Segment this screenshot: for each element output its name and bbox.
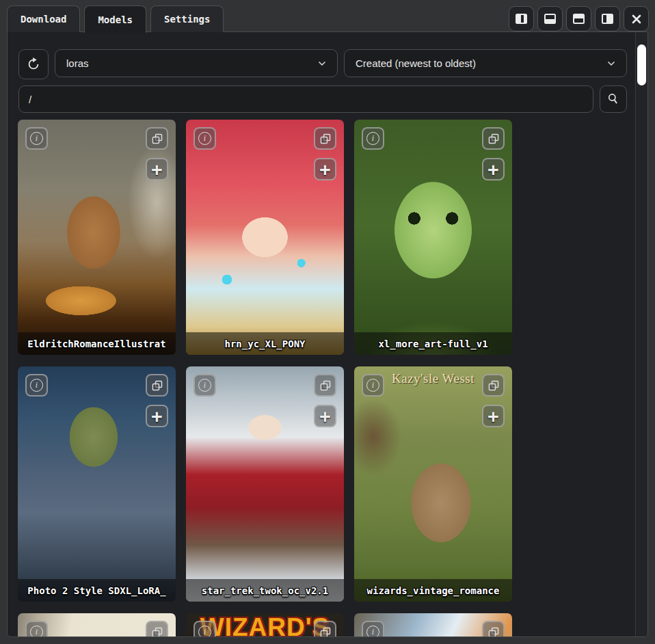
copy-icon — [487, 133, 500, 145]
sort-value: Created (newest to oldest) — [356, 57, 606, 69]
copy-button[interactable] — [314, 621, 336, 636]
copy-icon — [151, 626, 163, 637]
copy-icon — [319, 133, 332, 145]
copy-button[interactable] — [482, 621, 505, 636]
model-name: Photo 2 Style SDXL_LoRA_ — [18, 579, 176, 602]
tab-bar: Download Models Settings — [7, 5, 224, 32]
copy-icon — [319, 626, 332, 637]
layout-columns-icon — [516, 14, 527, 24]
info-icon: i — [366, 626, 379, 636]
add-button[interactable]: + — [146, 405, 168, 427]
info-icon: i — [30, 626, 43, 636]
copy-button[interactable] — [314, 127, 336, 150]
search-row — [18, 85, 627, 113]
tab-models[interactable]: Models — [84, 5, 146, 33]
tab-download[interactable]: Download — [7, 5, 80, 32]
model-name: star_trek_twok_oc_v2.1 — [186, 579, 344, 602]
layout-top-panel-button[interactable] — [537, 6, 563, 31]
add-button[interactable]: + — [482, 158, 505, 180]
vertical-scrollbar[interactable] — [635, 32, 647, 636]
info-icon: i — [30, 379, 43, 392]
info-button[interactable]: i — [25, 127, 48, 150]
tab-settings[interactable]: Settings — [150, 5, 224, 32]
info-icon: i — [198, 626, 211, 636]
info-button[interactable]: i — [193, 127, 216, 150]
refresh-button[interactable] — [18, 49, 49, 79]
copy-button[interactable] — [146, 374, 168, 397]
model-name: EldritchRomanceIllustrat — [18, 332, 176, 355]
model-name: wizards_vintage_romance — [354, 579, 512, 602]
info-icon: i — [198, 379, 211, 392]
copy-icon — [319, 379, 332, 392]
model-card[interactable]: Kazy'sle Wesst i + wizards_vintage_roman… — [354, 366, 512, 602]
info-icon: i — [366, 132, 379, 145]
copy-icon — [151, 133, 163, 145]
layout-bottom-panel-icon — [573, 14, 585, 24]
layout-columns-button[interactable] — [509, 6, 534, 31]
info-icon: i — [366, 379, 379, 392]
copy-button[interactable] — [146, 621, 168, 636]
model-card[interactable]: i + — [18, 613, 176, 636]
copy-button[interactable] — [482, 374, 505, 397]
chevron-down-icon — [317, 58, 328, 69]
search-button[interactable] — [600, 85, 627, 113]
model-card[interactable]: i + EldritchRomanceIllustrat — [18, 120, 176, 355]
models-panel: loras Created (newest to oldest) — [7, 31, 648, 637]
layout-left-panel-icon — [602, 14, 613, 24]
info-button[interactable]: i — [193, 621, 216, 636]
sort-select[interactable]: Created (newest to oldest) — [344, 49, 627, 77]
search-icon — [606, 92, 620, 106]
copy-button[interactable] — [482, 127, 505, 150]
model-card[interactable]: i + Photo 2 Style SDXL_LoRA_ — [18, 366, 176, 602]
layout-left-panel-button[interactable] — [595, 6, 620, 31]
close-icon — [631, 14, 642, 25]
copy-button[interactable] — [146, 127, 168, 150]
scrollbar-thumb[interactable] — [637, 44, 646, 85]
model-grid: i + EldritchRomanceIllustrat i — [18, 120, 512, 636]
panel-content: loras Created (newest to oldest) — [8, 32, 635, 636]
toolbar-row: loras Created (newest to oldest) — [18, 49, 627, 79]
model-card[interactable]: i + — [354, 613, 512, 636]
model-name: xl_more_art-full_v1 — [354, 332, 512, 355]
close-button[interactable] — [624, 6, 649, 31]
add-button[interactable]: + — [146, 158, 168, 180]
window-controls — [509, 6, 649, 31]
search-input[interactable] — [18, 85, 593, 113]
model-name: hrn_yc_XL_PONY — [186, 332, 344, 355]
copy-icon — [487, 626, 500, 637]
model-card[interactable]: WIZARD'S i + — [186, 613, 344, 636]
info-button[interactable]: i — [362, 621, 384, 636]
model-card[interactable]: i + hrn_yc_XL_PONY — [186, 120, 344, 355]
info-icon: i — [30, 132, 43, 145]
copy-button[interactable] — [314, 374, 336, 397]
model-card[interactable]: i + xl_more_art-full_v1 — [354, 120, 512, 355]
copy-icon — [151, 379, 163, 392]
info-button[interactable]: i — [362, 374, 384, 397]
info-icon: i — [198, 132, 211, 145]
add-button[interactable]: + — [314, 158, 336, 180]
model-type-select[interactable]: loras — [55, 49, 338, 77]
add-button[interactable]: + — [482, 405, 505, 427]
copy-icon — [487, 379, 500, 392]
layout-top-panel-icon — [544, 14, 556, 24]
chevron-down-icon — [606, 58, 617, 69]
model-type-value: loras — [66, 57, 317, 69]
refresh-icon — [26, 57, 41, 72]
info-button[interactable]: i — [25, 621, 48, 636]
info-button[interactable]: i — [25, 374, 48, 397]
info-button[interactable]: i — [193, 374, 216, 397]
model-card[interactable]: i + star_trek_twok_oc_v2.1 — [186, 366, 344, 602]
info-button[interactable]: i — [362, 127, 384, 150]
add-button[interactable]: + — [314, 405, 336, 427]
layout-bottom-panel-button[interactable] — [566, 6, 591, 31]
